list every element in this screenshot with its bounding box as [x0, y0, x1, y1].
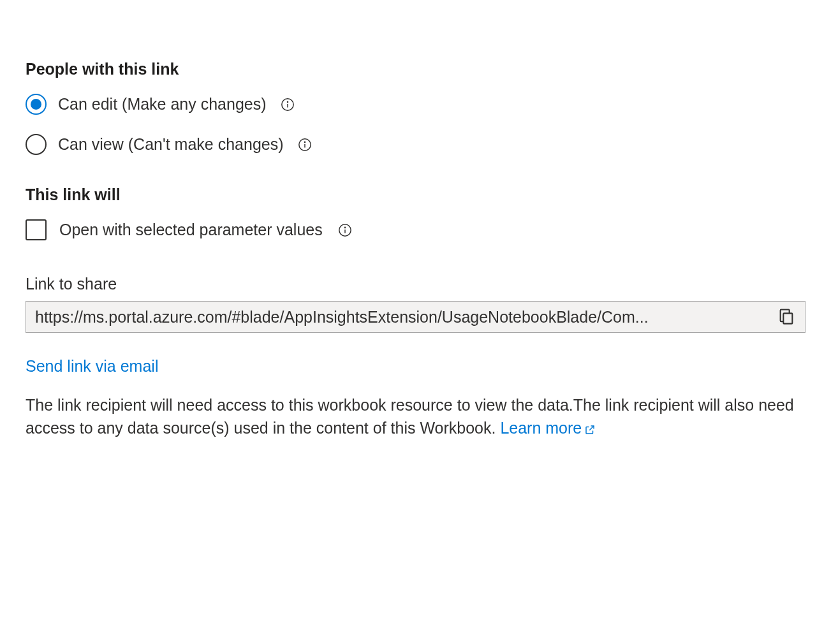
external-link-icon — [584, 424, 596, 435]
access-disclaimer: The link recipient will need access to t… — [26, 393, 805, 440]
radio-label: Can edit (Make any changes) — [58, 95, 267, 113]
permissions-radio-group: Can edit (Make any changes) Can view (Ca… — [26, 94, 805, 155]
permissions-heading: People with this link — [26, 60, 805, 78]
info-icon[interactable] — [338, 223, 352, 237]
link-field-label: Link to share — [26, 275, 805, 293]
checkbox-option-open-with-params[interactable]: Open with selected parameter values — [26, 219, 805, 240]
svg-point-2 — [287, 101, 288, 102]
checkbox[interactable] — [26, 219, 47, 240]
radio-label: Can view (Can't make changes) — [58, 135, 284, 154]
info-icon[interactable] — [298, 138, 312, 152]
svg-point-8 — [344, 227, 345, 228]
send-email-link[interactable]: Send link via email — [26, 357, 158, 376]
svg-rect-9 — [783, 313, 792, 323]
radio-button[interactable] — [26, 94, 47, 115]
checkbox-label: Open with selected parameter values — [59, 221, 323, 239]
info-icon[interactable] — [281, 98, 295, 112]
disclaimer-text: The link recipient will need access to t… — [26, 396, 794, 437]
copy-icon — [777, 307, 795, 327]
radio-option-can-edit[interactable]: Can edit (Make any changes) — [26, 94, 805, 115]
share-url-input[interactable] — [35, 308, 768, 326]
share-dialog-body: People with this link Can edit (Make any… — [26, 60, 805, 440]
link-behavior-heading: This link will — [26, 186, 805, 204]
radio-option-can-view[interactable]: Can view (Can't make changes) — [26, 134, 805, 155]
radio-button[interactable] — [26, 134, 47, 155]
learn-more-link[interactable]: Learn more — [500, 419, 596, 437]
copy-link-button[interactable] — [777, 307, 796, 326]
link-field-container — [26, 301, 805, 333]
svg-point-5 — [304, 142, 305, 142]
